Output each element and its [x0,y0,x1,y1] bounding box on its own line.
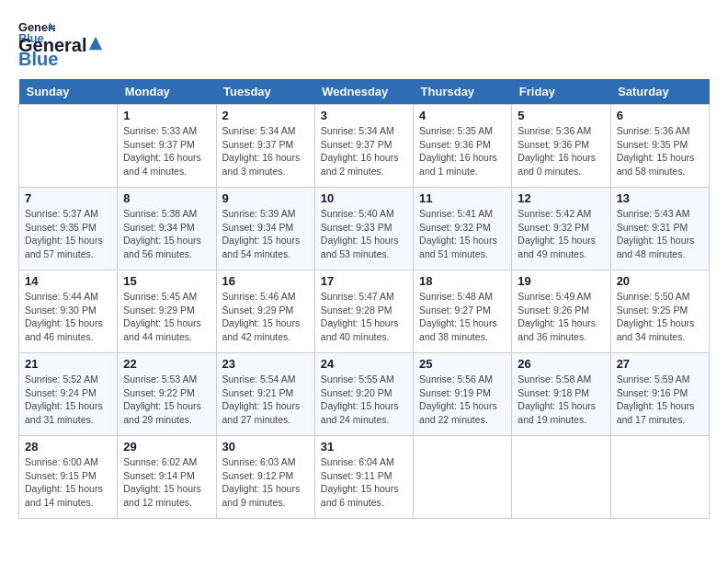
day-info: Sunrise: 5:34 AM Sunset: 9:37 PM Dayligh… [222,124,309,178]
day-number: 26 [518,357,604,371]
calendar-cell: 2Sunrise: 5:34 AM Sunset: 9:37 PM Daylig… [216,105,314,188]
day-number: 19 [518,274,604,288]
day-number: 9 [222,191,309,205]
svg-marker-3 [89,37,102,50]
day-info: Sunrise: 6:02 AM Sunset: 9:14 PM Dayligh… [123,455,210,510]
calendar-cell: 14Sunrise: 5:44 AM Sunset: 9:30 PM Dayli… [19,270,118,353]
calendar-cell: 11Sunrise: 5:41 AM Sunset: 9:32 PM Dayli… [414,188,512,270]
calendar-cell: 10Sunrise: 5:40 AM Sunset: 9:33 PM Dayli… [314,188,413,270]
calendar-cell: 16Sunrise: 5:46 AM Sunset: 9:29 PM Dayli… [216,270,314,353]
weekday-header-thursday: Thursday [414,79,512,105]
calendar-cell [512,436,610,519]
day-info: Sunrise: 5:46 AM Sunset: 9:29 PM Dayligh… [222,290,309,344]
day-info: Sunrise: 5:44 AM Sunset: 9:30 PM Dayligh… [25,290,111,344]
calendar-cell: 18Sunrise: 5:48 AM Sunset: 9:27 PM Dayli… [414,270,512,353]
day-info: Sunrise: 5:49 AM Sunset: 9:26 PM Dayligh… [518,290,604,344]
calendar-cell: 31Sunrise: 6:04 AM Sunset: 9:11 PM Dayli… [314,436,413,519]
calendar-cell: 22Sunrise: 5:53 AM Sunset: 9:22 PM Dayli… [118,353,216,436]
day-number: 12 [518,191,604,205]
calendar-cell: 28Sunrise: 6:00 AM Sunset: 9:15 PM Dayli… [19,436,118,519]
calendar-cell: 13Sunrise: 5:43 AM Sunset: 9:31 PM Dayli… [610,188,709,270]
calendar-cell [610,436,709,519]
calendar-cell: 23Sunrise: 5:54 AM Sunset: 9:21 PM Dayli… [216,353,314,436]
day-number: 22 [123,357,210,371]
calendar-cell: 26Sunrise: 5:58 AM Sunset: 9:18 PM Dayli… [512,353,610,436]
calendar-cell: 20Sunrise: 5:50 AM Sunset: 9:25 PM Dayli… [610,270,709,353]
calendar-cell: 27Sunrise: 5:59 AM Sunset: 9:16 PM Dayli… [610,353,709,436]
day-info: Sunrise: 5:36 AM Sunset: 9:35 PM Dayligh… [617,124,703,178]
day-number: 29 [123,440,210,454]
weekday-header-friday: Friday [512,79,610,105]
day-number: 6 [617,109,703,122]
day-number: 14 [25,274,111,288]
day-number: 16 [222,274,309,288]
calendar-cell: 5Sunrise: 5:36 AM Sunset: 9:36 PM Daylig… [512,105,610,188]
calendar-cell: 24Sunrise: 5:55 AM Sunset: 9:20 PM Dayli… [314,353,413,436]
day-number: 1 [123,109,210,122]
day-info: Sunrise: 5:40 AM Sunset: 9:33 PM Dayligh… [321,207,407,261]
weekday-header-wednesday: Wednesday [314,79,413,105]
calendar-cell: 17Sunrise: 5:47 AM Sunset: 9:28 PM Dayli… [314,270,413,353]
calendar-cell: 7Sunrise: 5:37 AM Sunset: 9:35 PM Daylig… [19,188,118,270]
page-header: General Blue General Blue [18,18,710,70]
day-info: Sunrise: 5:56 AM Sunset: 9:19 PM Dayligh… [419,373,506,427]
calendar-cell: 6Sunrise: 5:36 AM Sunset: 9:35 PM Daylig… [610,105,709,188]
calendar-cell: 15Sunrise: 5:45 AM Sunset: 9:29 PM Dayli… [118,270,216,353]
day-info: Sunrise: 6:00 AM Sunset: 9:15 PM Dayligh… [25,455,111,510]
weekday-header-monday: Monday [118,79,216,105]
day-number: 18 [419,274,506,288]
day-info: Sunrise: 5:42 AM Sunset: 9:32 PM Dayligh… [518,207,604,261]
weekday-header-sunday: Sunday [19,79,118,105]
day-number: 28 [25,440,111,454]
logo: General Blue General Blue [18,18,105,70]
weekday-header-row: SundayMondayTuesdayWednesdayThursdayFrid… [19,79,710,105]
calendar-cell: 8Sunrise: 5:38 AM Sunset: 9:34 PM Daylig… [118,188,216,270]
day-number: 20 [617,274,703,288]
calendar-cell: 25Sunrise: 5:56 AM Sunset: 9:19 PM Dayli… [414,353,512,436]
week-row-1: 1Sunrise: 5:33 AM Sunset: 9:37 PM Daylig… [19,105,710,188]
day-info: Sunrise: 5:36 AM Sunset: 9:36 PM Dayligh… [518,124,604,178]
logo-triangle-icon [87,35,104,52]
calendar-cell: 30Sunrise: 6:03 AM Sunset: 9:12 PM Dayli… [216,436,314,519]
day-number: 31 [321,440,407,454]
calendar-cell: 4Sunrise: 5:35 AM Sunset: 9:36 PM Daylig… [414,105,512,188]
calendar-cell: 21Sunrise: 5:52 AM Sunset: 9:24 PM Dayli… [19,353,118,436]
day-number: 5 [518,109,604,122]
day-number: 15 [123,274,210,288]
day-number: 11 [419,191,506,205]
day-info: Sunrise: 5:34 AM Sunset: 9:37 PM Dayligh… [321,124,407,178]
day-info: Sunrise: 5:59 AM Sunset: 9:16 PM Dayligh… [617,373,703,427]
day-number: 23 [222,357,309,371]
day-number: 30 [222,440,309,454]
day-number: 27 [617,357,703,371]
day-info: Sunrise: 5:47 AM Sunset: 9:28 PM Dayligh… [321,290,407,344]
calendar-cell: 12Sunrise: 5:42 AM Sunset: 9:32 PM Dayli… [512,188,610,270]
day-number: 7 [25,191,111,205]
day-number: 4 [419,109,506,122]
day-info: Sunrise: 5:48 AM Sunset: 9:27 PM Dayligh… [419,290,506,344]
day-info: Sunrise: 5:54 AM Sunset: 9:21 PM Dayligh… [222,373,309,427]
day-info: Sunrise: 5:58 AM Sunset: 9:18 PM Dayligh… [518,373,604,427]
weekday-header-tuesday: Tuesday [216,79,314,105]
day-info: Sunrise: 5:35 AM Sunset: 9:36 PM Dayligh… [419,124,506,178]
day-number: 2 [222,109,309,122]
week-row-2: 7Sunrise: 5:37 AM Sunset: 9:35 PM Daylig… [19,188,710,270]
day-info: Sunrise: 5:45 AM Sunset: 9:29 PM Dayligh… [123,290,210,344]
day-number: 13 [617,191,703,205]
day-number: 8 [123,191,210,205]
day-number: 17 [321,274,407,288]
week-row-3: 14Sunrise: 5:44 AM Sunset: 9:30 PM Dayli… [19,270,710,353]
day-info: Sunrise: 5:39 AM Sunset: 9:34 PM Dayligh… [222,207,309,261]
calendar-cell [19,105,118,188]
week-row-4: 21Sunrise: 5:52 AM Sunset: 9:24 PM Dayli… [19,353,710,436]
calendar-cell: 1Sunrise: 5:33 AM Sunset: 9:37 PM Daylig… [118,105,216,188]
day-info: Sunrise: 5:55 AM Sunset: 9:20 PM Dayligh… [321,373,407,427]
day-number: 3 [321,109,407,122]
day-number: 10 [321,191,407,205]
calendar-table: SundayMondayTuesdayWednesdayThursdayFrid… [18,79,710,519]
day-info: Sunrise: 5:43 AM Sunset: 9:31 PM Dayligh… [617,207,703,261]
weekday-header-saturday: Saturday [610,79,709,105]
day-info: Sunrise: 6:03 AM Sunset: 9:12 PM Dayligh… [222,455,309,510]
day-number: 21 [25,357,111,371]
day-info: Sunrise: 5:38 AM Sunset: 9:34 PM Dayligh… [123,207,210,261]
